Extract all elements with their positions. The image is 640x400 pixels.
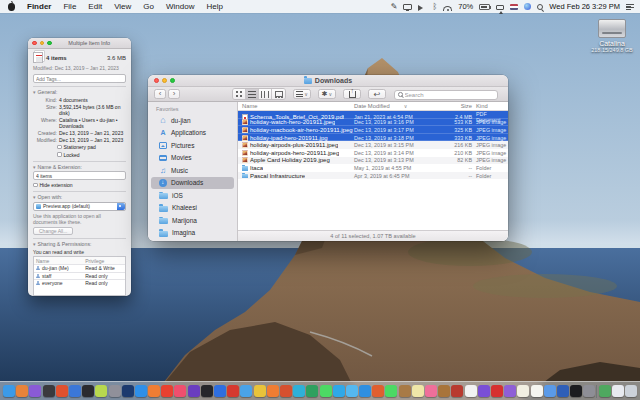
back-button[interactable]: ‹ bbox=[154, 89, 166, 99]
file-row[interactable]: holiday-airpods-hero-201911.jpeg Dec 13,… bbox=[238, 149, 508, 157]
undo-button[interactable]: ↩ bbox=[368, 89, 386, 99]
file-row[interactable]: Itaca May 1, 2019 at 4:55 PM -- Folder bbox=[238, 164, 508, 172]
dock-icon-home-app[interactable] bbox=[16, 385, 28, 397]
column-date-modified[interactable]: Date Modified∨ bbox=[354, 103, 436, 109]
dock-icon-twitter[interactable] bbox=[346, 385, 358, 397]
menubar-icon-display[interactable] bbox=[403, 4, 412, 10]
search-field[interactable] bbox=[394, 90, 498, 100]
sidebar-item-marijona[interactable]: Marijona bbox=[151, 214, 234, 227]
dock-icon-system-preferences[interactable] bbox=[583, 385, 595, 397]
name-extension-heading[interactable]: Name & Extension: bbox=[33, 164, 126, 170]
checkbox-icon[interactable] bbox=[57, 145, 62, 150]
info-titlebar[interactable]: Multiple Item Info bbox=[28, 38, 131, 49]
dock-icon-photos[interactable] bbox=[465, 385, 477, 397]
permission-row[interactable]: du-jian (Me) Read & Write bbox=[34, 264, 125, 272]
change-all-button[interactable]: Change All... bbox=[33, 227, 73, 235]
info-checkbox[interactable]: Stationery pad bbox=[57, 144, 126, 150]
dock-icon-launchpad[interactable] bbox=[95, 385, 107, 397]
dock-icon-telegram[interactable] bbox=[333, 385, 345, 397]
permission-row[interactable]: staff Read only bbox=[34, 272, 125, 280]
dock-icon-red-a-app[interactable] bbox=[227, 385, 239, 397]
file-row[interactable]: holiday-airpods-plus-201911.jpeg Dec 13,… bbox=[238, 141, 508, 149]
close-button[interactable] bbox=[154, 78, 159, 83]
gallery-view-button[interactable] bbox=[272, 89, 285, 99]
sidebar-item-downloads[interactable]: Downloads bbox=[151, 177, 234, 190]
dock-icon-imovie[interactable] bbox=[478, 385, 490, 397]
finder-titlebar[interactable]: Downloads bbox=[148, 75, 508, 87]
zoom-button[interactable] bbox=[170, 78, 175, 83]
sidebar-item-khaleesi[interactable]: Khaleesi bbox=[151, 202, 234, 215]
dock-icon-whatsapp[interactable] bbox=[320, 385, 332, 397]
sidebar-item-movies[interactable]: Movies bbox=[151, 152, 234, 165]
menu-item[interactable]: Edit bbox=[82, 2, 108, 11]
dock-icon-documents-stack[interactable] bbox=[612, 385, 624, 397]
minimize-button[interactable] bbox=[162, 78, 167, 83]
file-row[interactable]: holiday-ipad-hero-201911.jpg Dec 13, 201… bbox=[238, 134, 508, 142]
group-by-button[interactable]: ∨ bbox=[293, 89, 311, 99]
dock-icon-siri-orb[interactable] bbox=[29, 385, 41, 397]
dock-icon-blue-a-app[interactable] bbox=[214, 385, 226, 397]
dock-icon-skype[interactable] bbox=[359, 385, 371, 397]
hide-extension-checkbox[interactable]: Hide extension bbox=[33, 182, 126, 188]
dock-icon-preview[interactable] bbox=[544, 385, 556, 397]
menubar-icon-pencil[interactable] bbox=[391, 2, 398, 11]
dock-icon-safari[interactable] bbox=[240, 385, 252, 397]
menubar-icon-siri[interactable] bbox=[524, 3, 531, 10]
dock-icon-purple-star-app[interactable] bbox=[504, 385, 516, 397]
sidebar-item-du-jian[interactable]: du-jian bbox=[151, 114, 234, 127]
minimize-button[interactable] bbox=[40, 41, 45, 46]
menubar-clock[interactable]: Wed Feb 26 3:29 PM bbox=[549, 2, 620, 11]
dock-icon-firefox[interactable] bbox=[267, 385, 279, 397]
file-row[interactable]: holiday-watch-hero-201911.jpeg Dec 13, 2… bbox=[238, 119, 508, 127]
file-row[interactable]: Schema_Tools_Brief_Oct_2019.pdf Jan 21, … bbox=[238, 111, 508, 119]
dock-icon-notes-brown-app[interactable] bbox=[399, 385, 411, 397]
menu-item[interactable]: View bbox=[108, 2, 137, 11]
name-extension-field[interactable] bbox=[33, 171, 126, 180]
dock-icon-edge[interactable] bbox=[293, 385, 305, 397]
menubar-icon-wifi[interactable] bbox=[443, 6, 452, 11]
menubar-icon-spotlight[interactable] bbox=[537, 4, 543, 10]
sidebar-item-imagina[interactable]: Imagina bbox=[151, 227, 234, 240]
dock-icon-textedit[interactable] bbox=[531, 385, 543, 397]
dock-icon-docker-app[interactable] bbox=[557, 385, 569, 397]
dock-icon-ninja-app[interactable] bbox=[201, 385, 213, 397]
sidebar-item-pictures[interactable]: Pictures bbox=[151, 139, 234, 152]
menu-item[interactable]: File bbox=[57, 2, 82, 11]
dock-icon-chrome[interactable] bbox=[254, 385, 266, 397]
column-size[interactable]: Size bbox=[436, 103, 476, 109]
sidebar-item-music[interactable]: Music bbox=[151, 164, 234, 177]
dock-icon-stickies[interactable] bbox=[412, 385, 424, 397]
column-view-button[interactable] bbox=[259, 89, 272, 99]
forward-button[interactable]: › bbox=[168, 89, 180, 99]
sidebar-item-applications[interactable]: Applications bbox=[151, 127, 234, 140]
menu-item[interactable]: Window bbox=[160, 2, 200, 11]
dock-icon-flame-app[interactable] bbox=[56, 385, 68, 397]
close-button[interactable] bbox=[32, 41, 37, 46]
dock-icon-gift-app[interactable] bbox=[438, 385, 450, 397]
info-checkbox[interactable]: Locked bbox=[57, 152, 126, 158]
dock-icon-red-dot-app[interactable] bbox=[491, 385, 503, 397]
dock-icon-finder[interactable] bbox=[3, 385, 15, 397]
dock-icon-green-app[interactable] bbox=[306, 385, 318, 397]
dock-icon-green-folder-stack[interactable] bbox=[599, 385, 611, 397]
dock-icon-photos-pink-app[interactable] bbox=[425, 385, 437, 397]
general-section-heading[interactable]: General: bbox=[33, 89, 126, 95]
menubar-icon-volume[interactable] bbox=[418, 5, 426, 11]
notification-center-icon[interactable] bbox=[626, 3, 634, 10]
dock-icon-dark-grid-app[interactable] bbox=[82, 385, 94, 397]
dock-icon-notes[interactable] bbox=[517, 385, 529, 397]
desktop-disk-icon[interactable]: Catalina 218.15/249.8 GB bbox=[588, 19, 636, 53]
icon-view-button[interactable] bbox=[233, 89, 246, 99]
dock-icon-purple-glyph-app[interactable] bbox=[188, 385, 200, 397]
dock-icon-trash[interactable] bbox=[625, 385, 637, 397]
sharing-permissions-heading[interactable]: Sharing & Permissions: bbox=[33, 241, 126, 247]
dock-icon-gray-app[interactable] bbox=[109, 385, 121, 397]
column-kind[interactable]: Kind bbox=[476, 103, 508, 109]
battery-icon[interactable] bbox=[479, 4, 490, 10]
permission-row[interactable]: everyone Read only bbox=[34, 279, 125, 287]
menu-item[interactable]: Help bbox=[200, 2, 228, 11]
file-row[interactable]: Apple Card Holiday 2019.jpeg Dec 13, 201… bbox=[238, 157, 508, 165]
dock-icon-brave[interactable] bbox=[280, 385, 292, 397]
open-with-dropdown[interactable]: Preview.app (default) bbox=[33, 202, 126, 211]
sidebar-item-ios[interactable]: iOS bbox=[151, 189, 234, 202]
